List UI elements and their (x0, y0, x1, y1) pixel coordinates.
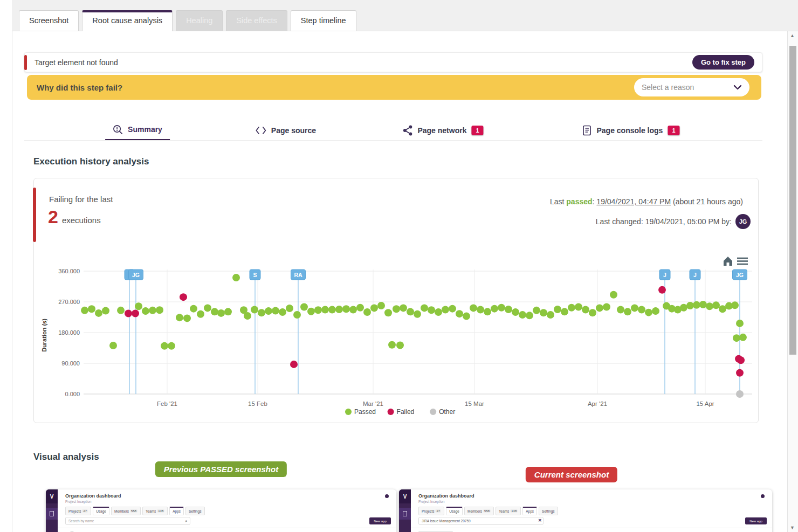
clear-icon[interactable]: ✕ (538, 518, 542, 523)
chart-point-failed[interactable] (180, 293, 187, 301)
mini-tab-settings[interactable]: Settings (185, 507, 205, 515)
chart-point-passed[interactable] (568, 304, 575, 312)
chart-point-passed[interactable] (463, 313, 470, 320)
chart-point-passed[interactable] (712, 301, 720, 309)
chart-point-passed[interactable] (442, 306, 449, 314)
chart-point-passed[interactable] (293, 311, 301, 319)
chart-point-passed[interactable] (197, 310, 204, 318)
chart-point-passed[interactable] (638, 306, 645, 314)
chart-point-passed[interactable] (109, 342, 117, 349)
mini-search-input[interactable] (418, 517, 544, 525)
chart-point-passed[interactable] (356, 304, 364, 312)
chart-point-passed[interactable] (477, 306, 484, 314)
chart-point-passed[interactable] (719, 305, 726, 313)
chart-point-passed[interactable] (582, 306, 589, 314)
chart-point-other[interactable] (736, 390, 744, 398)
chart-point-passed[interactable] (428, 306, 435, 314)
legend-dot-passed[interactable] (345, 409, 352, 415)
mini-tab-apps[interactable]: Apps (169, 507, 184, 515)
chart-point-passed[interactable] (596, 304, 603, 312)
legend-label[interactable]: Failed (397, 408, 415, 416)
chart-point-passed[interactable] (251, 306, 258, 314)
legend-dot-failed[interactable] (388, 409, 394, 415)
chart-point-passed[interactable] (142, 307, 149, 315)
chart-point-passed[interactable] (244, 312, 251, 320)
chart-point-passed[interactable] (435, 308, 442, 316)
chart-point-passed[interactable] (680, 304, 687, 312)
chart-point-passed[interactable] (624, 308, 631, 315)
chart-point-passed[interactable] (286, 305, 293, 312)
page-scrollbar[interactable]: ▲ ▼ (787, 31, 798, 532)
chart-point-passed[interactable] (307, 308, 315, 315)
chart-point-passed[interactable] (279, 308, 286, 316)
tab-root-cause-analysis[interactable]: Root cause analysis (82, 10, 173, 31)
subtab-summary[interactable]: Summary (105, 120, 170, 141)
last-passed-date-link[interactable]: 19/04/2021, 04:47 PM (596, 197, 671, 206)
mini-tab-teams[interactable]: Teams138 (496, 507, 521, 515)
chart-point-passed[interactable] (190, 305, 197, 313)
chart-point-passed[interactable] (321, 306, 329, 314)
legend-label[interactable]: Passed (354, 408, 376, 416)
chart-point-failed[interactable] (125, 310, 132, 317)
mini-tab-usage[interactable]: Usage (93, 507, 109, 515)
chart-point-passed[interactable] (135, 302, 142, 310)
chart-point-passed[interactable] (328, 306, 336, 314)
chart-point-passed[interactable] (498, 304, 505, 312)
chart-point-passed[interactable] (407, 308, 414, 315)
chart-point-passed[interactable] (396, 341, 404, 349)
chart-point-passed[interactable] (645, 309, 652, 316)
chart-point-passed[interactable] (699, 301, 707, 308)
chart-point-passed[interactable] (156, 306, 163, 314)
subtab-page-network[interactable]: Page network 1 (395, 120, 491, 141)
chart-point-passed[interactable] (224, 308, 232, 315)
mini-tab-settings[interactable]: Settings (539, 507, 558, 515)
chart-point-passed[interactable] (81, 307, 88, 314)
chart-point-passed[interactable] (349, 306, 357, 314)
subtab-page-console-logs[interactable]: Page console logs 1 (574, 120, 687, 141)
chart-point-failed[interactable] (737, 356, 745, 364)
mini-tab-projects[interactable]: Projects27 (418, 507, 444, 515)
mini-tab-apps[interactable]: Apps (522, 507, 537, 515)
chart-point-passed[interactable] (204, 304, 211, 312)
mini-tab-teams[interactable]: Teams138 (142, 507, 168, 515)
avatar[interactable]: JG (735, 214, 751, 229)
chart-point-passed[interactable] (733, 334, 740, 342)
chart-point-passed[interactable] (265, 307, 272, 315)
scroll-down-arrow[interactable]: ▼ (790, 525, 795, 530)
chart-point-failed[interactable] (658, 286, 666, 294)
mini-tab-members[interactable]: Members558 (111, 507, 141, 515)
chart-point-passed[interactable] (300, 303, 308, 311)
chart-point-failed[interactable] (290, 361, 298, 368)
chart-point-passed[interactable] (232, 274, 240, 281)
chart-point-passed[interactable] (95, 309, 102, 317)
chart-point-passed[interactable] (540, 309, 547, 316)
chart-point-passed[interactable] (117, 307, 125, 314)
chart-point-passed[interactable] (393, 305, 400, 313)
chart-point-passed[interactable] (342, 305, 350, 313)
chart-point-passed[interactable] (176, 314, 183, 321)
chart-point-passed[interactable] (693, 301, 700, 309)
chart-point-passed[interactable] (512, 308, 519, 316)
chart-point-passed[interactable] (449, 305, 456, 313)
chart-point-passed[interactable] (706, 302, 713, 310)
mini-tab-projects[interactable]: Projects27 (65, 507, 91, 515)
previous-screenshot-thumbnail[interactable]: V Organization dashboard Project Incepti… (46, 489, 396, 532)
chart-point-passed[interactable] (217, 309, 225, 317)
tab-screenshot[interactable]: Screenshot (19, 10, 79, 31)
chart-point-passed[interactable] (314, 306, 322, 314)
scroll-up-arrow[interactable]: ▲ (790, 33, 795, 38)
chart-point-passed[interactable] (505, 306, 512, 313)
chart-point-passed[interactable] (603, 303, 610, 311)
chart-point-passed[interactable] (491, 305, 498, 313)
chart-point-passed[interactable] (161, 342, 168, 350)
chart-point-passed[interactable] (731, 301, 739, 309)
chart-point-passed[interactable] (363, 308, 371, 316)
chart-point-passed[interactable] (686, 302, 694, 309)
chart-point-passed[interactable] (258, 309, 265, 316)
chart-point-passed[interactable] (739, 334, 747, 341)
chart-point-passed[interactable] (88, 305, 95, 313)
chart-point-passed[interactable] (631, 304, 638, 312)
chart-point-passed[interactable] (377, 302, 385, 309)
chart-point-passed[interactable] (456, 310, 463, 317)
chart-point-passed[interactable] (610, 291, 617, 299)
